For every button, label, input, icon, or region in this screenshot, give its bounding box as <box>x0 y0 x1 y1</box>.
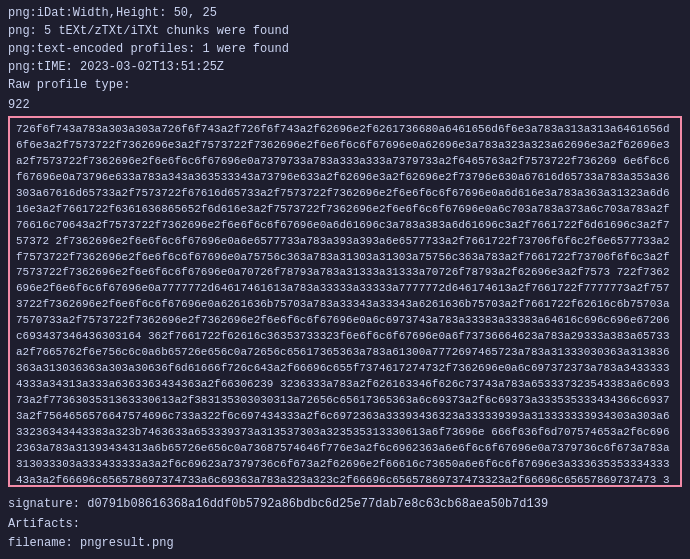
signature-value: d0791b08616368a16ddf0b5792a86bdbc6d25e77… <box>87 497 548 511</box>
filename-value: pngresult.png <box>80 536 174 550</box>
signature-line: signature: d0791b08616368a16ddf0b5792a86… <box>8 495 682 514</box>
hex-content-box[interactable]: 726f6f743a783a303a303a726f6f743a2f726f6f… <box>8 116 682 487</box>
artifacts-line: Artifacts: <box>8 515 682 534</box>
line-chunks: png: 5 tEXt/zTXt/iTXt chunks were found <box>8 22 682 40</box>
line-idatwidtheight: png:iDat:Width,Height: 50, 25 <box>8 4 682 22</box>
line-time: png:tIME: 2023-03-02T13:51:25Z <box>8 58 682 76</box>
profile-number-line: 922 <box>0 96 690 116</box>
hex-content-wrapper: 726f6f743a783a303a303a726f6f743a2f726f6f… <box>0 116 690 491</box>
top-info-section: png:iDat:Width,Height: 50, 25 png: 5 tEX… <box>0 0 690 96</box>
line-profiles: png:text-encoded profiles: 1 were found <box>8 40 682 58</box>
terminal-window: png:iDat:Width,Height: 50, 25 png: 5 tEX… <box>0 0 690 559</box>
bottom-info-section: signature: d0791b08616368a16ddf0b5792a86… <box>0 491 690 559</box>
hex-data: 726f6f743a783a303a303a726f6f743a2f726f6f… <box>16 123 670 487</box>
filename-line: filename: pngresult.png <box>8 534 682 553</box>
line-raw-profile: Raw profile type: <box>8 76 682 94</box>
